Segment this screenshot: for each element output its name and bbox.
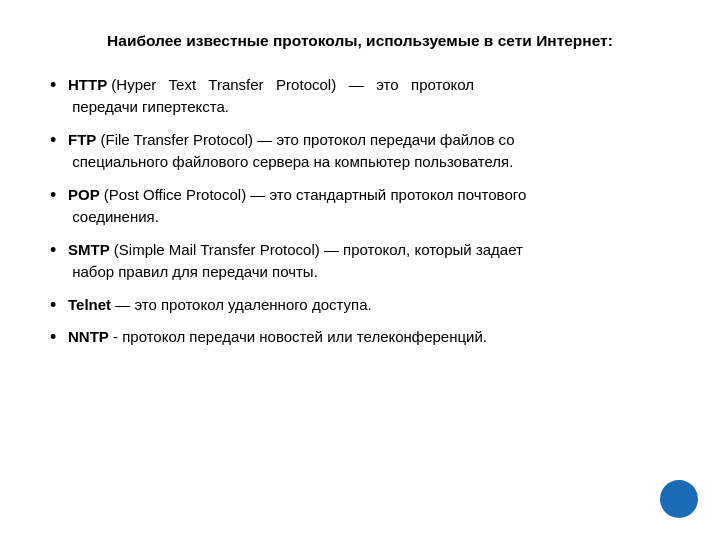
page-container: Наиболее известные протоколы, используем… <box>0 0 720 540</box>
circle-button[interactable] <box>660 480 698 518</box>
protocol-desc-ftp: специального файлового сервера на компью… <box>68 153 513 170</box>
protocol-desc-telnet: — это протокол удаленного доступа. <box>115 296 371 313</box>
protocol-name-smtp: SMTP <box>68 241 110 258</box>
protocol-full-http: (Hyper Text Transfer Protocol) — это про… <box>111 76 474 93</box>
list-item: FTP (File Transfer Protocol) — это прото… <box>50 129 670 174</box>
list-item: NNTP - протокол передачи новостей или те… <box>50 326 670 349</box>
protocol-name-pop: POP <box>68 186 100 203</box>
protocol-full-smtp: (Simple Mail Transfer Protocol) — проток… <box>114 241 523 258</box>
protocol-full-ftp: (File Transfer Protocol) — это протокол … <box>101 131 515 148</box>
protocol-desc-smtp: набор правил для передачи почты. <box>68 263 318 280</box>
protocol-full-pop: (Post Office Protocol) — это стандартный… <box>104 186 526 203</box>
list-item: SMTP (Simple Mail Transfer Protocol) — п… <box>50 239 670 284</box>
list-item: HTTP (Hyper Text Transfer Protocol) — эт… <box>50 74 670 119</box>
protocol-desc-nntp: - протокол передачи новостей или телекон… <box>113 328 487 345</box>
protocol-list: HTTP (Hyper Text Transfer Protocol) — эт… <box>50 74 670 349</box>
protocol-name-http: HTTP <box>68 76 107 93</box>
page-title: Наиболее известные протоколы, используем… <box>50 30 670 52</box>
list-item: POP (Post Office Protocol) — это стандар… <box>50 184 670 229</box>
protocol-name-ftp: FTP <box>68 131 96 148</box>
protocol-name-telnet: Telnet <box>68 296 111 313</box>
protocol-desc-pop: соединения. <box>68 208 159 225</box>
list-item: Telnet — это протокол удаленного доступа… <box>50 294 670 317</box>
protocol-desc-http: передачи гипертекста. <box>68 98 229 115</box>
protocol-name-nntp: NNTP <box>68 328 109 345</box>
